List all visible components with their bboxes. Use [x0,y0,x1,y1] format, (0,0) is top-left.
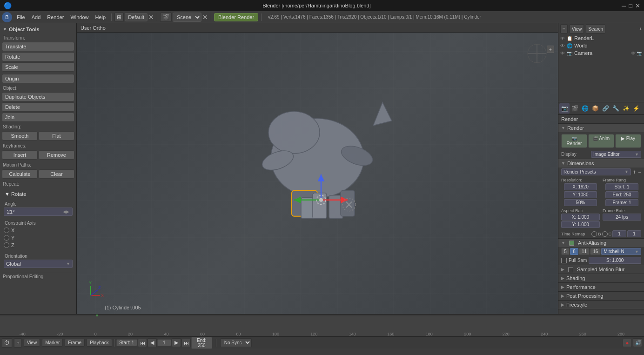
aa-8-btn[interactable]: 8 [570,248,578,255]
full-sample-checkbox[interactable] [561,258,567,263]
layout-icon-btn[interactable]: ⊞ [114,13,124,22]
aa-filter-select[interactable]: Mitchell-N ▼ [601,248,641,255]
maximize-button[interactable]: □ [629,2,632,9]
minimize-button[interactable]: ─ [622,2,626,9]
render-presets-select[interactable]: Render Presets ▼ [561,168,631,175]
delete-button[interactable]: Delete [2,102,74,112]
insert-keyframe-button[interactable]: Insert [2,150,38,160]
play-button[interactable]: ▶ Play [615,134,641,148]
aa-header[interactable]: ▼ Anti-Aliasing [558,239,644,247]
outliner-search-btn[interactable]: Search [586,24,605,33]
outliner-view-btn[interactable]: View [570,24,584,33]
aspect-x-input[interactable]: X: 1.000 [561,214,600,221]
start-frame-field[interactable]: Start: 1 [116,339,137,346]
jump-start-btn[interactable]: ⏮ [138,339,147,347]
viewport-expand-button[interactable]: + [547,46,554,53]
end-frame-input[interactable]: End: 250 [605,191,638,198]
sync-select[interactable]: No Sync [220,338,252,347]
join-button[interactable]: Join [2,113,74,122]
world-props-icon[interactable]: 🌐 [580,103,590,114]
duplicate-objects-button[interactable]: Duplicate Objects [2,92,74,101]
camera-vis-icon[interactable]: 👁 [631,51,636,56]
scene-close-icon[interactable]: ✕ [202,13,208,21]
aa-checkbox[interactable] [569,241,574,246]
camera-render-icon[interactable]: 📷 [637,51,642,56]
angle-input[interactable]: 21° ◀▶ [4,208,73,216]
menu-help[interactable]: Help [93,13,109,21]
outliner-expand-btn[interactable]: + [639,26,642,32]
render-props-icon[interactable]: 📷 [559,103,570,114]
post-processing-section[interactable]: ▶ Post Processing [558,292,644,301]
remove-keyframe-button[interactable]: Remove [39,150,74,160]
render-engine-select[interactable]: Blender Render [214,13,258,21]
outliner-item-world[interactable]: 👁 🌐 World [558,42,644,49]
outliner-item-renderl[interactable]: 👁 📋 RenderL [558,34,644,42]
prev-frame-btn[interactable]: ◀ [148,338,157,347]
aspect-y-input[interactable]: Y: 1.000 [561,221,600,228]
object-props-icon[interactable]: 📦 [590,103,600,114]
aa-16-btn[interactable]: 16 [590,248,601,255]
performance-section[interactable]: ▶ Performance [558,283,644,292]
y-resolution-input[interactable]: Y: 1080 [564,191,597,198]
marker-btn[interactable]: Marker [42,339,63,347]
presets-add-icon[interactable]: + [633,169,636,175]
scale-button[interactable]: Scale [2,62,74,72]
timeline-ruler[interactable]: -40 -20 0 20 40 60 80 100 120 140 160 18… [0,316,644,336]
playback-btn[interactable]: Playback [87,339,112,347]
clear-button[interactable]: Clear [39,169,74,179]
scene-select[interactable]: Scene [173,13,201,22]
fps-input[interactable]: 24 fps [603,214,641,221]
x-resolution-input[interactable]: X: 1920 [564,183,597,190]
origin-button[interactable]: Origin [2,74,74,83]
c-value-input[interactable]: 1 [627,230,641,237]
audio-btn[interactable]: 🔊 [633,338,642,347]
timeline-icon-btn[interactable]: ⏱ [2,338,12,348]
view-menu-bottom-btn[interactable]: View [24,339,40,347]
frame-input[interactable]: Frame: 1 [605,199,638,206]
close-button[interactable]: ✕ [635,2,640,9]
shading-section[interactable]: ▶ Shading [558,274,644,283]
animation-button[interactable]: 🎬 Anim [588,134,614,148]
motion-blur-section[interactable]: ▶ Sampled Motion Blur [558,265,644,274]
presets-remove-icon[interactable]: − [638,169,641,175]
start-frame-input[interactable]: Start: 1 [605,183,638,190]
aa-5-btn[interactable]: 5 [561,248,570,255]
calculate-button[interactable]: Calculate [2,169,38,179]
outliner-icon-btn[interactable]: ≡ [560,24,568,33]
menu-file[interactable]: File [14,13,28,21]
aa-11-btn[interactable]: 11 [579,248,590,255]
outliner-item-camera[interactable]: 👁 📷 Camera 👁 📷 [558,49,644,57]
rotate-button[interactable]: Rotate [2,52,74,61]
constraint-x-radio[interactable] [4,228,9,233]
constraints-icon[interactable]: 🔗 [600,103,610,114]
scene-icon-btn[interactable]: 🎬 [160,13,172,22]
physics-icon[interactable]: ⚡ [631,103,641,114]
menu-add[interactable]: Add [29,13,44,21]
constraint-z-radio[interactable] [4,242,9,248]
layout-select[interactable]: Default [125,13,148,21]
translate-button[interactable]: Translate [2,42,74,51]
orientation-select[interactable]: Global ▼ [4,260,73,268]
viewport-canvas[interactable]: X Y Z (1) Cylinder.005 + [77,33,558,314]
motion-blur-checkbox[interactable] [568,267,573,272]
current-frame-field[interactable]: 1 [157,339,171,346]
freestyle-section[interactable]: ▶ Freestyle [558,301,644,309]
smooth-button[interactable]: Smooth [2,131,38,141]
b-radio[interactable] [591,231,597,237]
percent-input[interactable]: 50% [564,199,597,206]
record-btn[interactable]: ● [623,339,632,347]
constraint-y-radio[interactable] [4,235,9,241]
b-value-input[interactable]: 1 [612,230,626,237]
flat-button[interactable]: Flat [39,131,74,141]
particles-icon[interactable]: ✨ [621,103,631,114]
render-section-header[interactable]: ▼ Render [558,124,644,132]
dimensions-header[interactable]: ▼ Dimensions [558,159,644,167]
menu-window[interactable]: Window [67,13,91,21]
scene-props-icon[interactable]: 🎬 [570,103,580,114]
modifier-icon[interactable]: 🔧 [610,103,621,114]
layout-add-icon[interactable]: ✕ [148,13,154,21]
frame-btn[interactable]: Frame [65,339,85,347]
end-frame-field[interactable]: End: 250 [191,337,212,349]
display-select[interactable]: Image Editor ▼ [591,151,641,158]
full-sample-value[interactable]: S: 1.000 [589,257,641,264]
